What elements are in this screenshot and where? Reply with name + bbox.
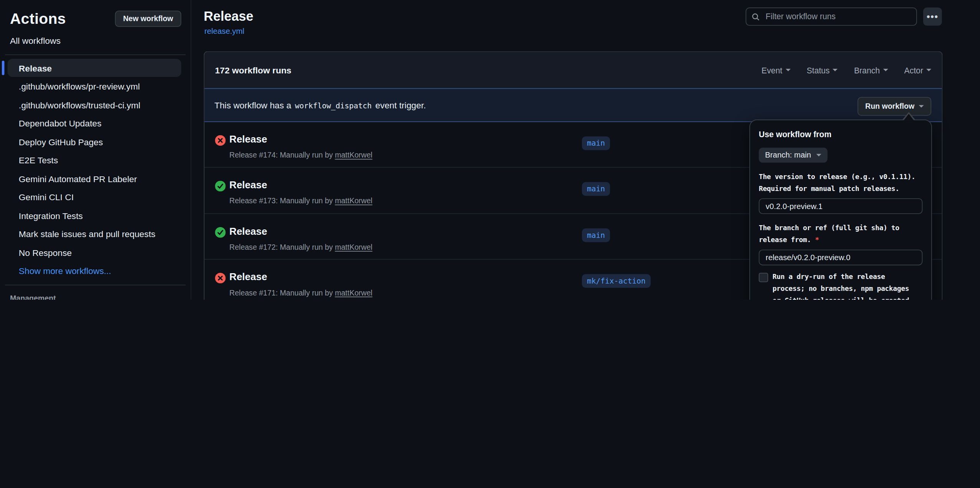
run-description: Release #172: Manually run by mattKorwel — [230, 242, 373, 251]
branch-badge[interactable]: mk/fix-action — [582, 274, 651, 288]
workflow-dispatch-code: workflow_dispatch — [294, 101, 373, 110]
sidebar-item-all-workflows[interactable]: All workflows — [10, 36, 61, 46]
popover-title: Use workflow from — [759, 129, 923, 139]
dry-run-option: Run a dry-run of the release process; no… — [759, 271, 923, 300]
page-overflow-menu-button[interactable]: ••• — [923, 8, 942, 26]
run-description: Release #171: Manually run by mattKorwel — [230, 288, 373, 297]
workflow-dispatch-banner: This workflow has a workflow_dispatch ev… — [204, 88, 942, 122]
ref-input[interactable] — [759, 250, 923, 266]
sidebar-item-no-response[interactable]: No Response — [0, 243, 191, 262]
page-title: Release — [204, 9, 253, 24]
branch-select-button[interactable]: Branch: main — [759, 148, 828, 163]
show-more-workflows-link[interactable]: Show more workflows... — [0, 262, 191, 280]
sidebar-title: Actions — [10, 10, 66, 28]
workflows-sidebar: Actions New workflow All workflows Relea… — [0, 0, 191, 300]
branch-badge[interactable]: main — [582, 228, 610, 242]
chevron-down-icon — [816, 154, 821, 157]
run-title-link[interactable]: Release — [230, 134, 268, 145]
sidebar-item-dependabot-updates[interactable]: Dependabot Updates — [0, 114, 191, 133]
banner-text: This workflow has a workflow_dispatch ev… — [214, 100, 426, 110]
chevron-down-icon — [883, 69, 888, 71]
run-title-link[interactable]: Release — [230, 180, 268, 191]
sidebar-item-gemini-cli-ci[interactable]: Gemini CLI CI — [0, 188, 191, 206]
version-input-description: The version to release (e.g., v0.1.11). … — [759, 171, 923, 195]
sidebar-item-gemini-pr-labeler[interactable]: Gemini Automated PR Labeler — [0, 169, 191, 188]
chevron-down-icon — [785, 69, 790, 71]
run-workflow-dropdown-button[interactable]: Run workflow — [858, 97, 932, 116]
new-workflow-button[interactable]: New workflow — [115, 11, 182, 27]
filter-workflow-runs-input-wrap — [746, 8, 917, 26]
run-title-link[interactable]: Release — [230, 226, 268, 237]
ref-input-description: The branch or ref (full git sha) to rele… — [759, 222, 923, 246]
branch-filter-dropdown[interactable]: Branch — [854, 65, 888, 75]
actor-link[interactable]: mattKorwel — [335, 288, 372, 297]
checkbox-label: Run a dry-run of the release process; no… — [773, 271, 913, 300]
sidebar-item-e2e-tests[interactable]: E2E Tests — [0, 151, 191, 169]
run-workflow-popover: Use workflow from Branch: main The versi… — [749, 120, 932, 300]
runs-panel-header: 172 workflow runs Event Status Branch Ac… — [204, 52, 942, 88]
sidebar-item-pr-review[interactable]: .github/workflows/pr-review.yml — [0, 77, 191, 96]
run-title-link[interactable]: Release — [230, 271, 268, 282]
runs-count: 172 workflow runs — [215, 65, 291, 75]
sidebar-divider — [5, 55, 186, 55]
kebab-icon: ••• — [927, 11, 939, 22]
workflow-list: Release .github/workflows/pr-review.yml … — [0, 59, 191, 280]
failure-icon — [215, 273, 226, 284]
actions-page: Actions New workflow All workflows Relea… — [0, 0, 980, 300]
sidebar-item-mark-stale[interactable]: Mark stale issues and pull requests — [0, 225, 191, 243]
status-filter-dropdown[interactable]: Status — [806, 65, 838, 75]
branch-badge[interactable]: main — [582, 182, 610, 196]
sidebar-item-trusted-ci[interactable]: .github/workflows/trusted-ci.yml — [0, 96, 191, 114]
actor-filter-dropdown[interactable]: Actor — [904, 65, 932, 75]
branch-badge[interactable]: main — [582, 136, 610, 150]
active-indicator-bar — [2, 61, 5, 75]
popover-caret — [904, 114, 914, 120]
success-icon — [215, 181, 226, 192]
sidebar-divider — [5, 285, 186, 285]
sidebar-item-deploy-github-pages[interactable]: Deploy GitHub Pages — [0, 133, 191, 151]
run-description: Release #174: Manually run by mattKorwel — [230, 151, 373, 159]
chevron-down-icon — [919, 105, 924, 108]
actor-link[interactable]: mattKorwel — [335, 197, 372, 206]
actor-link[interactable]: mattKorwel — [335, 151, 372, 159]
dry-run-checkbox[interactable] — [759, 273, 768, 282]
event-filter-dropdown[interactable]: Event — [762, 65, 790, 75]
run-description: Release #173: Manually run by mattKorwel — [230, 197, 373, 206]
search-icon — [751, 12, 760, 21]
required-asterisk: * — [815, 236, 819, 244]
workflow-file-link[interactable]: release.yml — [204, 27, 244, 36]
sidebar-item-release[interactable]: Release — [0, 59, 191, 77]
success-icon — [215, 227, 226, 237]
chevron-down-icon — [926, 69, 931, 71]
management-heading: Management — [10, 294, 56, 300]
version-input[interactable] — [759, 198, 923, 214]
sidebar-item-integration-tests[interactable]: Integration Tests — [0, 206, 191, 225]
failure-icon — [215, 135, 226, 146]
filter-workflow-runs-input[interactable] — [764, 11, 911, 22]
chevron-down-icon — [833, 69, 838, 71]
actor-link[interactable]: mattKorwel — [335, 242, 372, 251]
